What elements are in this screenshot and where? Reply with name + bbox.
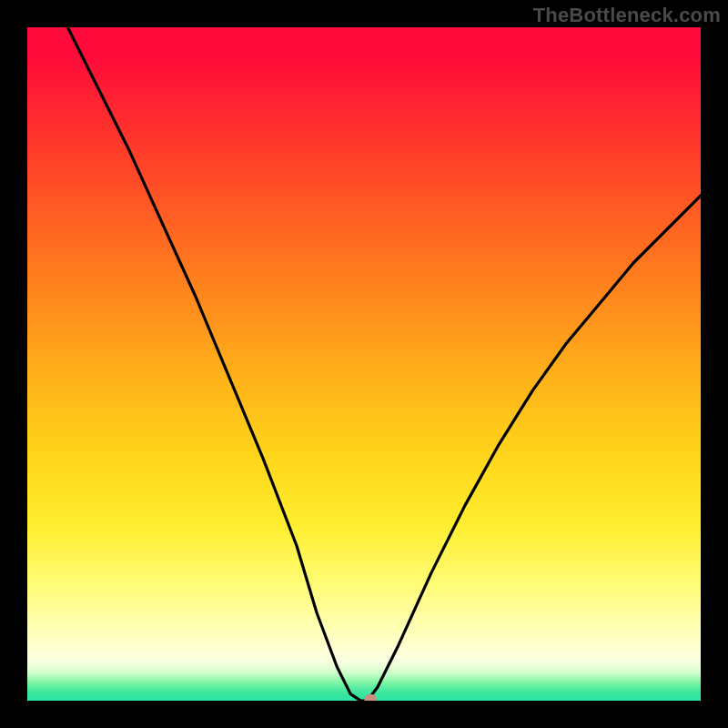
chart-frame: TheBottleneck.com (0, 0, 728, 728)
watermark-text: TheBottleneck.com (533, 4, 721, 27)
plot-area (27, 27, 701, 701)
bottleneck-curve (27, 27, 701, 701)
optimal-point-marker (365, 694, 377, 701)
